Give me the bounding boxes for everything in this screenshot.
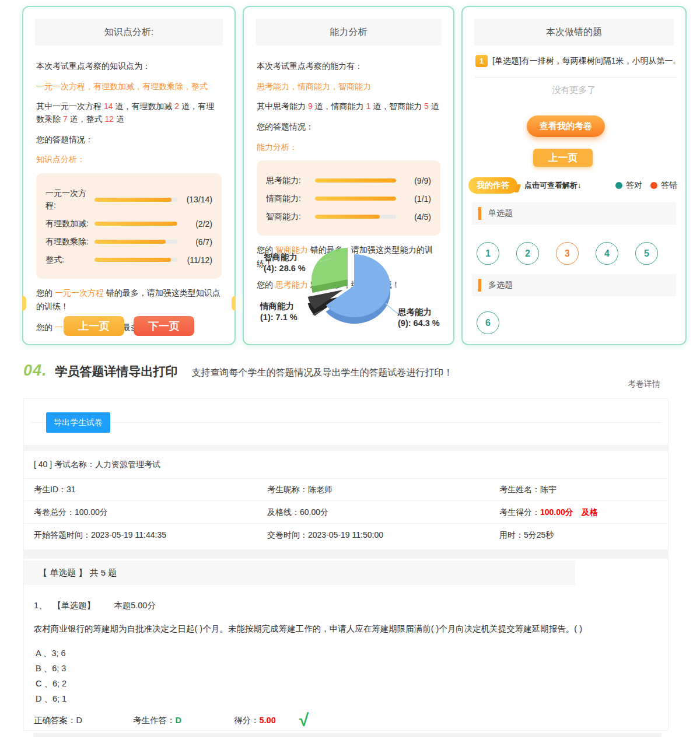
bar-label: 整式: — [46, 254, 90, 266]
progress-bar — [94, 258, 177, 262]
pie-label-iq: 智商能力 (4): 28.6 % — [264, 252, 306, 274]
ability-counts: 其中思考能力 9 道，情商能力 1 道，智商能力 5 道 — [257, 100, 440, 113]
bar-row: 思考能力: (9/9) — [266, 174, 431, 187]
page: 知识点分析: 本次考试重点考察的知识点为： 一元一次方程，有理数加减，有理数乘除… — [0, 0, 700, 743]
bar-value: (13/14) — [182, 195, 212, 204]
ability-answer-status: 您的答题情况： — [257, 121, 440, 134]
question-type: 【单选题】 — [53, 601, 96, 610]
bar-label: 智商能力: — [266, 211, 310, 223]
duration: 用时：5分25秒 — [499, 530, 668, 541]
wrong-questions-card: 本次做错的题 1 [单选题]有一排树，每两棵树间隔1米，小明从第一... 没有更… — [461, 6, 687, 345]
ability-analysis-card: 能力分析 本次考试重点考察的能力有： 思考能力，情商能力，智商能力 其中思考能力… — [243, 6, 454, 345]
score-value: 5.00 — [259, 716, 275, 725]
question-circle-3[interactable]: 3 — [556, 242, 579, 265]
question-circle-1[interactable]: 1 — [477, 242, 499, 265]
paper-detail-link[interactable]: 考卷详情 — [628, 379, 660, 390]
section-heading: 04. 学员答题详情导出打印 支持查询每个学生的答题情况及导出学生的答题试卷进行… — [23, 362, 453, 380]
single-choice-question-circles: 1 2 3 4 5 — [477, 242, 676, 265]
question-stem: 农村商业银行的筹建期为自批准决定之日起( )个月。未能按期完成筹建工作的，申请人… — [34, 622, 598, 636]
correct-answer: D — [76, 716, 82, 725]
ability-bars: 思考能力: (9/9) 情商能力: (1/1) 智商能力: (4/5) — [257, 160, 440, 236]
option-b: B 、6; 3 — [36, 661, 66, 676]
carousel-left-arrow[interactable] — [22, 296, 26, 311]
question-options: A 、3; 6 B 、6; 3 C 、6; 2 D 、6; 1 — [36, 646, 66, 706]
question-circle-5[interactable]: 5 — [635, 242, 658, 265]
exam-info-row-1: 考生ID：31 考生昵称：陈老师 考生姓名：陈宇 — [24, 479, 668, 501]
prev-page-button[interactable]: 上一页 — [64, 316, 124, 336]
knowledge-pager: 上一页 下一页 — [23, 316, 235, 336]
correct-answer-label: 正确答案： — [34, 715, 76, 726]
section-subtitle: 支持查询每个学生的答题情况及导出学生的答题试卷进行打印！ — [192, 367, 453, 379]
progress-bar — [315, 215, 396, 219]
option-d: D 、6; 1 — [36, 691, 66, 706]
carousel-right-arrow[interactable] — [232, 296, 236, 311]
knowledge-analysis-card: 知识点分析: 本次考试重点考察的知识点为： 一元一次方程，有理数加减，有理数乘除… — [22, 6, 236, 345]
wrong-card-title: 本次做错的题 — [474, 19, 674, 45]
student-answer-detail-card: 导出学生试卷 [ 40 ] 考试名称：人力资源管理考试 考生ID：31 考生昵称… — [23, 398, 668, 731]
prev-page-button[interactable]: 上一页 — [533, 149, 593, 167]
exam-title-row: [ 40 ] 考试名称：人力资源管理考试 — [24, 451, 668, 479]
bar-value: (6/7) — [182, 237, 212, 247]
knowledge-card-title: 知识点分析: — [35, 19, 223, 45]
wrong-question-item[interactable]: 1 [单选题]有一排树，每两棵树间隔1米，小明从第一... — [475, 55, 676, 67]
pie-label-eq: 情商能力 (1): 7.1 % — [260, 301, 298, 323]
bar-row: 智商能力: (4/5) — [266, 211, 431, 223]
question-circle-4[interactable]: 4 — [596, 242, 618, 265]
view-analysis-hint: 点击可查看解析↓ — [524, 180, 582, 191]
single-choice-group-header: 单选题 — [472, 202, 676, 225]
student-name: 考生姓名：陈宇 — [499, 485, 668, 495]
bar-label: 有理数加减: — [46, 218, 90, 230]
score-label: 得分： — [234, 715, 260, 726]
knowledge-bars: 一元一次方程: (13/14) 有理数加减: (2/2) 有理数乘除: (6/7… — [36, 173, 222, 279]
student-answer-label: 考生作答： — [133, 715, 176, 726]
question-number: 1、 — [34, 601, 47, 610]
question-score: 本题5.00分 — [114, 601, 156, 610]
bar-row: 一元一次方程: (13/14) — [46, 187, 212, 212]
question-number-badge: 1 — [475, 55, 488, 67]
correct-check-icon: √ — [299, 712, 309, 729]
submit-time: 交卷时间：2023-05-19 11:50:00 — [267, 530, 499, 541]
divider — [475, 77, 676, 78]
my-answer-badge[interactable]: 我的作答 — [468, 177, 517, 194]
exam-info-row-2: 考卷总分：100.00分 及格线：60.00分 考生得分：100.00分及格 — [24, 502, 668, 524]
bar-label: 有理数乘除: — [46, 236, 90, 248]
legend-wrong-label: 答错 — [661, 180, 677, 191]
knowledge-sub-title: 知识点分析： — [36, 153, 222, 166]
bar-label: 一元一次方程: — [46, 187, 90, 212]
ability-pie-chart: 智商能力 (4): 28.6 % 情商能力 (1): 7.1 % 思考能力 (9… — [254, 243, 443, 337]
bar-value: (9/9) — [401, 176, 431, 185]
pie-label-thinking: 思考能力 (9): 64.3 % — [398, 307, 440, 329]
bar-value: (2/2) — [182, 219, 212, 229]
question-circle-6[interactable]: 6 — [477, 311, 499, 334]
legend-correct-label: 答对 — [626, 180, 642, 191]
student-nickname: 考生昵称：陈老师 — [267, 485, 499, 495]
bar-label: 情商能力: — [266, 192, 310, 205]
bar-row: 情商能力: (1/1) — [266, 192, 431, 205]
knowledge-counts: 其中一元一次方程 14 道，有理数加减 2 道，有理数乘除 7 道，整式 12 … — [36, 100, 222, 125]
knowledge-intro: 本次考试重点考察的知识点为： — [36, 60, 222, 73]
correct-dot-icon — [615, 182, 622, 189]
pass-line: 及格线：60.00分 — [267, 507, 499, 518]
ability-sub-title: 能力分析： — [257, 141, 440, 154]
progress-bar — [315, 178, 396, 183]
student-score-value: 100.00分 — [540, 507, 573, 517]
progress-bar — [94, 240, 177, 244]
progress-bar — [94, 198, 177, 202]
student-answer: D — [175, 716, 181, 725]
my-answer-bar: 我的作答 点击可查看解析↓ 答对 答错 — [468, 177, 677, 194]
next-page-button[interactable]: 下一页 — [134, 316, 194, 336]
view-my-paper-button[interactable]: 查看我的考卷 — [527, 115, 605, 137]
question-circle-2[interactable]: 2 — [516, 242, 539, 265]
answer-legend: 答对 答错 — [615, 180, 677, 191]
divider — [31, 422, 661, 423]
divider-strip — [24, 549, 668, 559]
progress-bar — [94, 222, 177, 226]
multi-choice-question-circles: 6 — [477, 311, 676, 334]
wrong-question-text: [单选题]有一排树，每两棵树间隔1米，小明从第一... — [492, 55, 676, 67]
bar-value: (4/5) — [401, 212, 431, 222]
bar-value: (1/1) — [401, 194, 431, 204]
section-title: 学员答题详情导出打印 — [55, 363, 178, 380]
wrong-dot-icon — [650, 182, 657, 189]
knowledge-card-body: 本次考试重点考察的知识点为： 一元一次方程，有理数加减，有理数乘除，整式 其中一… — [23, 45, 235, 334]
export-student-paper-button[interactable]: 导出学生试卷 — [46, 412, 110, 433]
